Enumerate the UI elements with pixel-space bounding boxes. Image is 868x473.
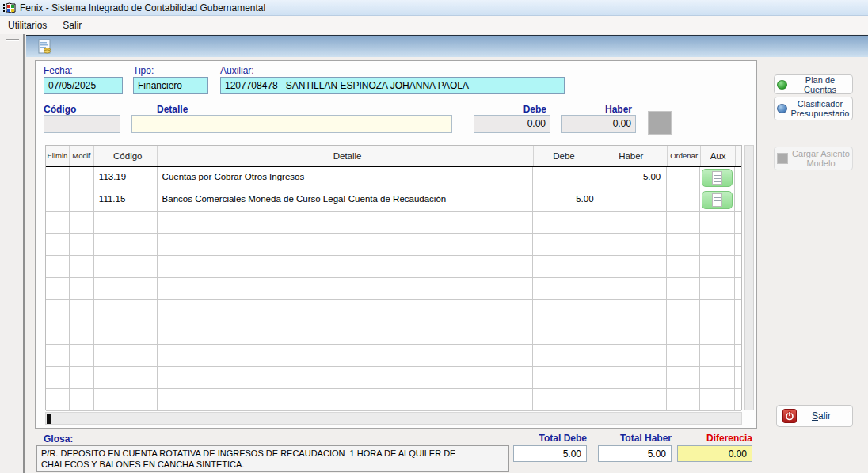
table-row[interactable]: 113.19Cuentas por Cobrar Otros Ingresos5… (46, 167, 741, 189)
cell-modif (70, 389, 94, 410)
header-detalle[interactable]: Detalle (158, 146, 534, 166)
cell-modif (70, 322, 94, 344)
table-row-empty[interactable] (46, 212, 741, 234)
total-haber-value: 5.00 (598, 445, 672, 462)
cell-modif (70, 212, 94, 233)
aux-button[interactable] (702, 169, 733, 187)
header-ordenar[interactable]: Ordenar (668, 146, 701, 166)
salir-button[interactable]: Salir (776, 405, 853, 427)
glosa-textarea[interactable]: P/R. DEPOSITO EN CUENTA ROTATIVA DE INGR… (36, 445, 509, 472)
cell-detalle (158, 256, 533, 277)
cell-elimin (46, 367, 70, 388)
fecha-input[interactable]: 07/05/2025 (44, 77, 123, 94)
cell-detalle (158, 234, 533, 255)
entry-action-button[interactable] (648, 111, 672, 135)
cell-haber (600, 389, 668, 410)
plan-de-cuentas-button[interactable]: Plan de Cuentas (774, 74, 853, 94)
tipo-label: Tipo: (133, 65, 154, 76)
haber-input[interactable]: 0.00 (561, 115, 636, 133)
haber-label: Haber (561, 104, 632, 115)
cell-debe (533, 212, 600, 233)
debe-label: Debe (474, 104, 546, 115)
salir-label: Salir (797, 410, 846, 422)
cell-modif (70, 345, 94, 366)
toolbar (26, 35, 868, 57)
cell-debe (533, 234, 600, 255)
cell-codigo (94, 367, 158, 388)
left-collapsed-panel[interactable] (0, 34, 25, 473)
cell-sliver (735, 322, 741, 344)
cell-detalle (158, 367, 533, 388)
cell-aux (700, 167, 735, 189)
cell-codigo (94, 389, 158, 410)
cell-debe (533, 278, 600, 299)
cell-codigo: 113.19 (94, 167, 158, 189)
cell-sliver (735, 389, 741, 410)
header-aux[interactable]: Aux (701, 146, 736, 166)
table-row-empty[interactable] (46, 389, 741, 411)
cell-modif (70, 278, 94, 299)
table-row-empty[interactable] (46, 256, 741, 278)
clasificador-presupuestario-button[interactable]: Clasificador Presupuestario (774, 97, 853, 120)
cell-codigo (94, 278, 158, 299)
total-haber-label: Total Haber (598, 433, 672, 444)
cell-ordenar (667, 367, 700, 388)
detalle-input[interactable] (131, 115, 452, 133)
cell-sliver (735, 345, 741, 366)
diferencia-label: Diferencia (677, 433, 752, 444)
vertical-scrollbar[interactable] (744, 145, 754, 410)
cell-codigo (94, 300, 158, 322)
table-row-empty[interactable] (46, 278, 741, 300)
cell-debe (533, 345, 600, 366)
cell-elimin (46, 278, 70, 299)
menu-utilitarios[interactable]: Utilitarios (0, 17, 55, 33)
cell-debe (533, 300, 600, 322)
table-row-empty[interactable] (46, 367, 741, 389)
cell-detalle (158, 322, 533, 344)
cell-elimin (46, 389, 70, 410)
debe-input[interactable]: 0.00 (474, 115, 550, 133)
cell-haber (600, 189, 668, 211)
cell-elimin (46, 256, 70, 277)
codigo-input[interactable] (44, 115, 120, 133)
table-row-empty[interactable] (46, 300, 741, 322)
cell-detalle (158, 212, 533, 233)
cell-modif (70, 300, 94, 322)
detalle-label: Detalle (157, 104, 188, 115)
header-haber[interactable]: Haber (600, 146, 668, 166)
cell-debe (533, 389, 600, 410)
cell-debe (533, 367, 600, 388)
table-row-empty[interactable] (46, 234, 741, 256)
header-modif[interactable]: Modif (70, 146, 94, 166)
cell-detalle (158, 278, 533, 299)
blue-sphere-icon (777, 104, 787, 113)
header-codigo[interactable]: Código (94, 146, 158, 166)
header-elimin[interactable]: Elimin (46, 146, 70, 166)
cell-elimin (46, 167, 70, 189)
cargar-asiento-modelo-button[interactable]: Cargar Asiento Modelo (774, 147, 853, 170)
menu-bar: Utilitarios Salir (0, 16, 868, 34)
document-icon (712, 193, 722, 207)
auxiliar-input[interactable]: 1207708478 SANTILLAN ESPINOZA JOHANNA PA… (220, 77, 565, 94)
new-entry-button[interactable] (36, 37, 55, 56)
table-row[interactable]: 111.15Bancos Comerciales Moneda de Curso… (46, 189, 741, 212)
cell-detalle (158, 345, 533, 366)
plan-de-cuentas-label: Plan de Cuentas (790, 75, 850, 94)
cell-haber (600, 367, 668, 388)
table-row-empty[interactable] (46, 322, 741, 345)
header-debe[interactable]: Debe (534, 146, 601, 166)
panel-grip (6, 39, 19, 41)
cell-sliver (735, 212, 741, 233)
cell-debe: 5.00 (533, 189, 600, 211)
table-row-empty[interactable] (46, 345, 741, 367)
scrollbar-thumb[interactable] (47, 414, 51, 424)
cell-elimin (46, 345, 70, 366)
menu-salir[interactable]: Salir (55, 17, 89, 33)
horizontal-scrollbar[interactable] (45, 412, 742, 425)
cell-codigo (94, 322, 158, 344)
cargar-asiento-label: Cargar Asiento Modelo (792, 149, 850, 168)
cell-ordenar (667, 189, 700, 211)
aux-button[interactable] (702, 191, 733, 209)
tipo-input[interactable]: Financiero (133, 77, 208, 94)
cell-codigo (94, 234, 158, 255)
